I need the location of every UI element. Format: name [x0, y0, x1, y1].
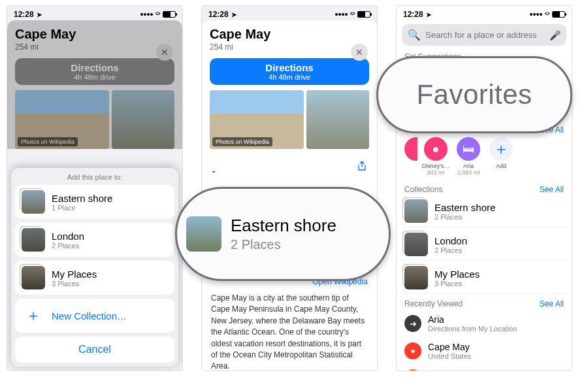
status-bar: 12:28➤ ⌔ [202, 6, 377, 20]
recently-viewed-label: Recently Viewed [404, 299, 463, 308]
wifi-icon: ⌔ [155, 10, 160, 19]
favorite-chip[interactable]: 🛏Aria2,084 mi [454, 137, 483, 176]
place-title: Cape May [15, 27, 174, 42]
location-arrow-icon: ➤ [426, 11, 431, 18]
collection-thumb-icon [22, 266, 45, 289]
share-icon[interactable] [357, 161, 367, 171]
signal-icon [335, 13, 348, 16]
phone-add-to-collection: 12:28➤ ⌔ Cape May 254 mi ✕ Directions 4h… [7, 5, 183, 371]
signal-icon [140, 13, 153, 16]
wifi-icon: ⌔ [350, 10, 355, 19]
collection-sub: 2 Places [434, 246, 467, 254]
collection-name: Eastern shore [434, 202, 495, 213]
search-field[interactable]: 🔍 🎤 [402, 24, 566, 46]
callout-favorites: Favorites [376, 56, 572, 133]
status-bar: 12:28➤ ⌔ [397, 6, 572, 20]
recent-name: Cape May [428, 342, 471, 352]
directions-button[interactable]: Directions 4h 48m drive [15, 58, 174, 85]
new-collection-label: New Collection… [52, 310, 127, 321]
collection-thumb-icon [22, 228, 45, 252]
plus-icon: ＋ [22, 304, 45, 327]
search-input[interactable] [425, 30, 545, 40]
collection-sub: 1 Place [52, 204, 112, 212]
collection-thumb-icon [22, 190, 45, 214]
directions-icon: ➜ [404, 315, 421, 332]
collections-see-all[interactable]: See All [540, 185, 564, 194]
battery-icon [163, 11, 176, 18]
bed-icon: 🛏 [457, 137, 480, 161]
plus-icon: ＋ [489, 137, 513, 161]
collection-name: London [434, 235, 467, 246]
pin-icon: ● [424, 137, 448, 161]
status-bar: 12:28➤ ⌔ [7, 6, 182, 20]
collections-label: Collections [404, 185, 443, 194]
add-to-sheet: Add this place to: Eastern shore1 Place … [11, 168, 178, 367]
home-icon [404, 137, 417, 161]
recent-row[interactable]: ➜AriaDirections from My Location [397, 310, 572, 337]
collection-sub: 2 Places [52, 242, 84, 250]
favorite-chip[interactable] [404, 137, 417, 163]
directions-sub: 4h 48m drive [210, 73, 369, 81]
place-title: Cape May [210, 27, 369, 42]
directions-label: Directions [210, 62, 369, 73]
wifi-icon: ⌔ [545, 10, 549, 19]
collection-name: Eastern shore [52, 193, 112, 204]
location-arrow-icon: ➤ [231, 11, 237, 18]
collection-name: London [52, 231, 84, 242]
photos-source-label: Photos on Wikipedia [212, 137, 272, 146]
recent-sub: United States [428, 352, 471, 360]
collection-row[interactable]: Eastern shore1 Place [15, 185, 174, 219]
directions-button[interactable]: Directions 4h 48m drive [210, 58, 369, 85]
collection-thumb-icon [404, 199, 428, 223]
collection-thumb-icon [186, 216, 221, 252]
photos-source-label: Photos on Wikipedia [18, 137, 78, 146]
sheet-header: Add this place to: [15, 173, 174, 181]
cancel-button[interactable]: Cancel [15, 337, 174, 363]
callout-title: Eastern shore [231, 216, 336, 236]
callout-title: Favorites [416, 79, 532, 110]
photo-strip[interactable]: Photos on Wikipedia [210, 90, 369, 149]
close-icon[interactable]: ✕ [156, 44, 173, 61]
place-distance: 254 mi [210, 42, 369, 52]
microphone-icon[interactable]: 🎤 [549, 30, 561, 41]
collection-row[interactable]: London2 Places [15, 223, 174, 257]
recent-row[interactable]: ●Cape MayUnited States [397, 337, 572, 365]
pin-icon: ● [404, 369, 421, 371]
callout-eastern-shore: Eastern shore 2 Places [175, 187, 391, 281]
callout-sub: 2 Places [231, 237, 336, 252]
battery-icon [357, 11, 370, 18]
location-arrow-icon: ➤ [37, 11, 42, 18]
favorites-row: ●Disney's…903 mi 🛏Aria2,084 mi ＋Add [397, 136, 572, 181]
directions-label: Directions [15, 62, 174, 73]
close-icon[interactable]: ✕ [351, 44, 368, 61]
wikipedia-summary: Cape May is a city at the southern tip o… [210, 290, 369, 371]
place-distance: 254 mi [15, 42, 174, 52]
status-time: 12:28 [14, 10, 34, 19]
favorite-chip[interactable]: ●Disney's…903 mi [421, 137, 450, 176]
collection-sub: 3 Places [52, 280, 97, 288]
recent-sub: Directions from My Location [428, 325, 517, 333]
add-favorite-button[interactable]: ＋Add [487, 137, 515, 169]
collection-row[interactable]: Eastern shore2 Places [402, 195, 566, 227]
collection-thumb-icon [404, 233, 428, 256]
new-collection-button[interactable]: ＋ New Collection… [15, 299, 174, 333]
status-time: 12:28 [403, 10, 423, 19]
collection-row[interactable]: My Places3 Places [402, 262, 566, 294]
battery-icon [552, 11, 565, 18]
collection-name: My Places [52, 269, 97, 280]
directions-sub: 4h 48m drive [15, 73, 174, 81]
collection-row[interactable]: My Places3 Places [15, 261, 174, 295]
recent-name: Aria [428, 314, 517, 325]
collection-sub: 3 Places [434, 280, 480, 288]
signal-icon [530, 13, 542, 16]
collection-thumb-icon [404, 266, 428, 289]
recent-row[interactable]: ●Atlantic City [397, 365, 572, 371]
recent-see-all[interactable]: See All [540, 299, 564, 308]
pin-icon: ● [404, 342, 421, 359]
info-tab[interactable] [212, 159, 215, 173]
collection-sub: 2 Places [434, 213, 495, 221]
collection-name: My Places [434, 269, 480, 280]
collection-row[interactable]: London2 Places [402, 229, 566, 261]
status-time: 12:28 [208, 10, 229, 19]
photo-strip[interactable]: Photos on Wikipedia [15, 90, 174, 149]
